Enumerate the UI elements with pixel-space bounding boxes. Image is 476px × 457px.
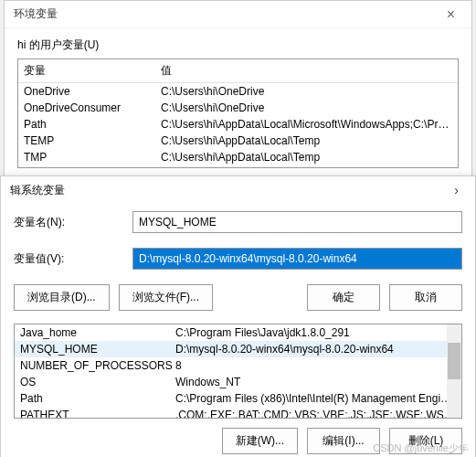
- table-row[interactable]: MYSQL_HOMED:\mysql-8.0.20-winx64\mysql-8…: [15, 341, 461, 357]
- edit-button[interactable]: 编辑(I)...: [307, 428, 380, 454]
- browse-file-button[interactable]: 浏览文件(F)...: [119, 284, 213, 311]
- edit-dialog-buttons: 浏览目录(D)... 浏览文件(F)... 确定 取消: [1, 277, 475, 318]
- table-row[interactable]: Java_homeC:\Program Files\Java\jdk1.8.0_…: [15, 324, 461, 341]
- var-name: Java_home: [20, 326, 175, 339]
- var-name: OneDriveConsumer: [24, 101, 161, 114]
- var-value: C:\Users\hi\AppData\Local\Microsoft\Wind…: [161, 118, 452, 131]
- var-value-label: 变量值(V):: [14, 251, 132, 267]
- var-value: C:\Users\hi\AppData\Local\Temp: [161, 134, 452, 147]
- edit-sys-var-dialog: 辑系统变量 › 变量名(N): 变量值(V): 浏览目录(D)... 浏览文件(…: [0, 175, 476, 457]
- var-value: 8: [175, 359, 456, 372]
- edit-dialog-titlebar: 辑系统变量 ›: [1, 176, 475, 204]
- var-name-row: 变量名(N):: [1, 204, 475, 240]
- user-vars-table[interactable]: 变量 值 OneDriveC:\Users\hi\OneDriveOneDriv…: [17, 58, 459, 168]
- col-header-name: 变量: [24, 63, 161, 79]
- cancel-button[interactable]: 取消: [389, 284, 462, 311]
- ok-button[interactable]: 确定: [307, 284, 380, 311]
- var-value: D:\mysql-8.0.20-winx64\mysql-8.0.20-winx…: [175, 343, 456, 356]
- system-vars-table[interactable]: Java_homeC:\Program Files\Java\jdk1.8.0_…: [14, 324, 462, 419]
- var-name: OneDrive: [24, 85, 161, 98]
- col-header-value: 值: [161, 63, 452, 79]
- window-title: 环境变量: [14, 6, 58, 22]
- browse-dir-button[interactable]: 浏览目录(D)...: [14, 284, 110, 311]
- var-name: NUMBER_OF_PROCESSORS: [20, 359, 175, 372]
- titlebar: 环境变量 ×: [5, 1, 471, 28]
- scrollbar[interactable]: [447, 324, 461, 418]
- table-row[interactable]: PATHEXT.COM;.EXE;.BAT;.CMD;.VBS;.VBE;.JS…: [15, 407, 461, 419]
- var-name-label: 变量名(N):: [14, 215, 132, 230]
- var-value: .COM;.EXE;.BAT;.CMD;.VBS;.VBE;.JS;.JSE;.…: [175, 409, 456, 419]
- table-row[interactable]: OSWindows_NT: [15, 374, 461, 390]
- table-row[interactable]: PathC:\Program Files (x86)\Intel\Intel(R…: [15, 390, 461, 407]
- var-value: C:\Users\hi\OneDrive: [161, 101, 452, 114]
- var-value: Windows_NT: [175, 376, 456, 388]
- var-name: TEMP: [24, 134, 161, 147]
- var-name-input[interactable]: [132, 211, 462, 233]
- var-name: PATHEXT: [20, 409, 175, 419]
- table-row[interactable]: TMPC:\Users\hi\AppData\Local\Temp: [18, 149, 458, 165]
- var-name: Path: [20, 392, 175, 405]
- var-value: C:\Program Files\Java\jdk1.8.0_291: [175, 326, 456, 339]
- var-value-input[interactable]: [132, 248, 462, 270]
- user-vars-label: hi 的用户变量(U): [5, 28, 471, 58]
- table-row[interactable]: OneDriveC:\Users\hi\OneDrive: [18, 83, 458, 100]
- var-value: C:\Users\hi\AppData\Local\Temp: [161, 151, 452, 164]
- new-button[interactable]: 新建(W)...: [222, 428, 298, 454]
- table-header: 变量 值: [18, 59, 458, 83]
- var-value: C:\Users\hi\OneDrive: [161, 85, 452, 98]
- table-row[interactable]: TEMPC:\Users\hi\AppData\Local\Temp: [18, 133, 458, 149]
- table-row[interactable]: NUMBER_OF_PROCESSORS8: [15, 357, 461, 374]
- watermark: CSDN @juvenile少年: [373, 441, 469, 455]
- var-name: OS: [20, 376, 175, 388]
- var-name: Path: [24, 118, 161, 131]
- close-icon[interactable]: ×: [439, 6, 462, 23]
- table-row[interactable]: OneDriveConsumerC:\Users\hi\OneDrive: [18, 100, 458, 116]
- chevron-right-icon[interactable]: ›: [447, 183, 466, 197]
- var-name: MYSQL_HOME: [20, 343, 175, 356]
- var-value: C:\Program Files (x86)\Intel\Intel(R) Ma…: [175, 392, 456, 405]
- edit-dialog-title: 辑系统变量: [10, 183, 65, 198]
- table-row[interactable]: PathC:\Users\hi\AppData\Local\Microsoft\…: [18, 116, 458, 133]
- var-value-row: 变量值(V):: [1, 240, 475, 277]
- var-name: TMP: [24, 151, 161, 164]
